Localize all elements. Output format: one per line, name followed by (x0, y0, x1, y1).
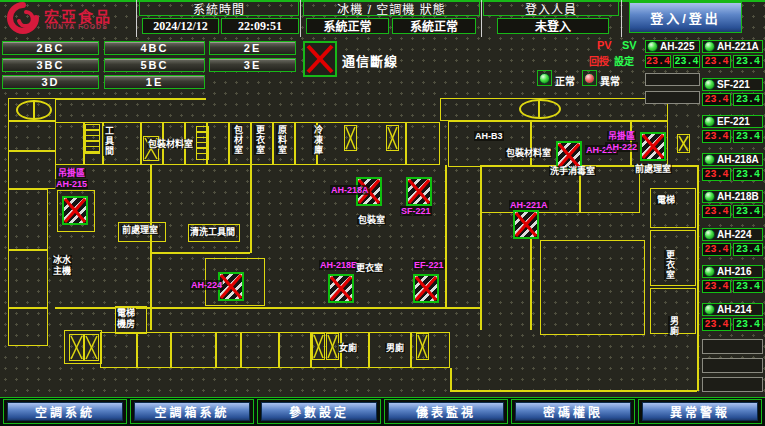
nav-button-3[interactable]: 參數設定 (261, 402, 377, 421)
abnormal-led-icon (584, 73, 595, 84)
unit-name: EF-221 (717, 116, 750, 127)
pv-value: 23.4 (702, 130, 731, 143)
abnormal-legend-label: 異常 (600, 73, 620, 88)
header-divider (621, 0, 622, 37)
map-label: 冷凍庫 (312, 125, 323, 155)
chiller-status-value: 系統正常 (306, 18, 389, 34)
floor-button-3d[interactable]: 3D (2, 75, 99, 89)
unit-status-led (704, 79, 715, 90)
unit-status-led (704, 304, 715, 315)
ahu-comm-fail-icon[interactable] (640, 132, 666, 161)
stairs-icon (16, 100, 52, 120)
login-logout-button[interactable]: 登入/登出 (629, 2, 742, 33)
sidebar-empty-slot (645, 91, 700, 104)
sv-value: 23.4 (733, 55, 763, 68)
ahu-status-value: 系統正常 (392, 18, 476, 34)
normal-led-box (537, 70, 552, 86)
pv-value: 23.4 (702, 280, 731, 293)
ahu-row-ah-216[interactable]: AH-216 (702, 265, 763, 278)
map-wall (697, 165, 699, 391)
floor-button-1e[interactable]: 1E (104, 75, 205, 89)
stairs-icon (85, 124, 100, 154)
ahu-row-ah-225[interactable]: AH-225 (645, 40, 700, 53)
nav-section: 空調箱系統 (130, 399, 254, 424)
fan-icon (677, 134, 690, 153)
map-label: 原料室 (276, 125, 287, 155)
map-wall (540, 240, 645, 335)
pv-value: 23.4 (702, 93, 731, 106)
map-label: 更衣室 (664, 250, 675, 280)
header-divider (136, 0, 137, 37)
sv-value: 23.4 (733, 243, 763, 256)
unit-status-led (704, 154, 715, 165)
ahu-comm-fail-icon[interactable] (62, 196, 88, 225)
fan-icon (344, 125, 357, 151)
nav-button-4[interactable]: 儀表監視 (388, 402, 504, 421)
ahu-row-ah-218b[interactable]: AH-218B (702, 190, 763, 203)
unit-name: SF-221 (717, 79, 750, 90)
normal-led-icon (539, 73, 550, 84)
nav-button-6[interactable]: 異常警報 (642, 402, 758, 421)
sv-value: 23.4 (733, 93, 763, 106)
ahu-row-sf-221[interactable]: SF-221 (702, 78, 763, 91)
ahu-comm-fail-icon[interactable] (328, 274, 354, 303)
map-label: 吊掛區 (57, 168, 86, 178)
map-label: 男廁 (385, 343, 405, 353)
ahu-comm-fail-icon[interactable] (406, 177, 432, 206)
map-label: AH-221A (509, 200, 549, 210)
map-wall (278, 332, 280, 368)
fan-icon (84, 334, 99, 361)
system-time-value: 22:09:51 (221, 18, 299, 34)
ahu-row-ah-221a[interactable]: AH-221A (702, 40, 763, 53)
login-user-title: 登入人員 (483, 1, 619, 16)
normal-legend-label: 正常 (555, 73, 575, 88)
floor-button-3bc[interactable]: 3BC (2, 58, 99, 72)
map-wall (8, 308, 48, 346)
pv-value: 23.4 (702, 243, 731, 256)
header-divider (481, 0, 482, 37)
nav-button-5[interactable]: 密碼權限 (515, 402, 631, 421)
nav-button-1[interactable]: 空調系統 (7, 402, 123, 421)
map-label: 洗手消毒室 (549, 166, 596, 176)
map-wall (150, 165, 152, 330)
comm-disconnect-label: 通信斷線 (342, 51, 398, 70)
map-label: 女廁 (338, 343, 358, 353)
floor-button-2bc[interactable]: 2BC (2, 41, 99, 55)
unit-name: AH-224 (717, 229, 751, 240)
map-label: 前處理室 (121, 225, 159, 235)
ahu-row-ef-221[interactable]: EF-221 (702, 115, 763, 128)
ahu-row-ah-214[interactable]: AH-214 (702, 303, 763, 316)
floor-button-5bc[interactable]: 5BC (104, 58, 205, 72)
unit-name: AH-221A (717, 41, 759, 52)
map-wall (8, 250, 48, 308)
ahu-row-ah-224[interactable]: AH-224 (702, 228, 763, 241)
map-wall (8, 150, 56, 152)
sv-value: 23.4 (733, 205, 763, 218)
ahu-row-ah-218a[interactable]: AH-218A (702, 153, 763, 166)
unit-status-led (704, 41, 715, 52)
sv-header-label: SV (622, 39, 637, 51)
map-label: 男廁 (668, 316, 679, 336)
red-x-icon (306, 44, 334, 74)
map-wall (368, 332, 370, 368)
sv-value: 23.4 (673, 55, 700, 68)
sv-value: 23.4 (733, 130, 763, 143)
map-wall (530, 121, 532, 167)
sidebar-empty-slot (702, 339, 763, 354)
map-label: AH-218B (319, 260, 359, 270)
ahu-comm-fail-icon[interactable] (413, 274, 439, 303)
floor-button-4bc[interactable]: 4BC (104, 41, 205, 55)
map-wall (150, 252, 250, 254)
ahu-comm-fail-icon[interactable] (513, 210, 539, 239)
floor-button-2e[interactable]: 2E (209, 41, 296, 55)
stairs-icon (519, 99, 561, 119)
map-wall (410, 332, 412, 368)
nav-button-2[interactable]: 空調箱系統 (134, 402, 250, 421)
floor-button-3e[interactable]: 3E (209, 58, 296, 72)
nav-section: 密碼權限 (511, 399, 635, 424)
map-wall (405, 122, 407, 165)
map-label: AH-B3 (474, 131, 504, 141)
unit-status-led (704, 266, 715, 277)
map-label: 清洗工具間 (189, 227, 236, 237)
map-label: 包裝材料室 (505, 148, 552, 158)
